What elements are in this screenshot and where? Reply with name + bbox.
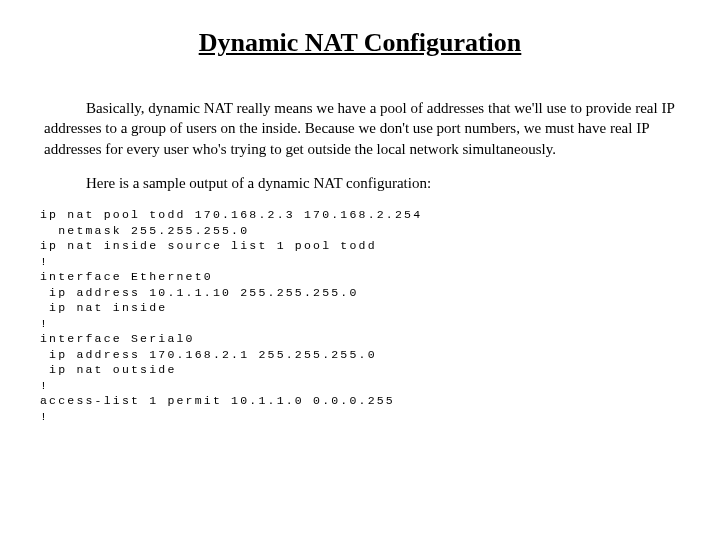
body-paragraph-2: Here is a sample output of a dynamic NAT…	[40, 173, 680, 193]
page-title: Dynamic NAT Configuration	[40, 28, 680, 58]
body-paragraph-1: Basically, dynamic NAT really means we h…	[40, 98, 680, 159]
config-code-block: ip nat pool todd 170.168.2.3 170.168.2.2…	[40, 207, 680, 424]
